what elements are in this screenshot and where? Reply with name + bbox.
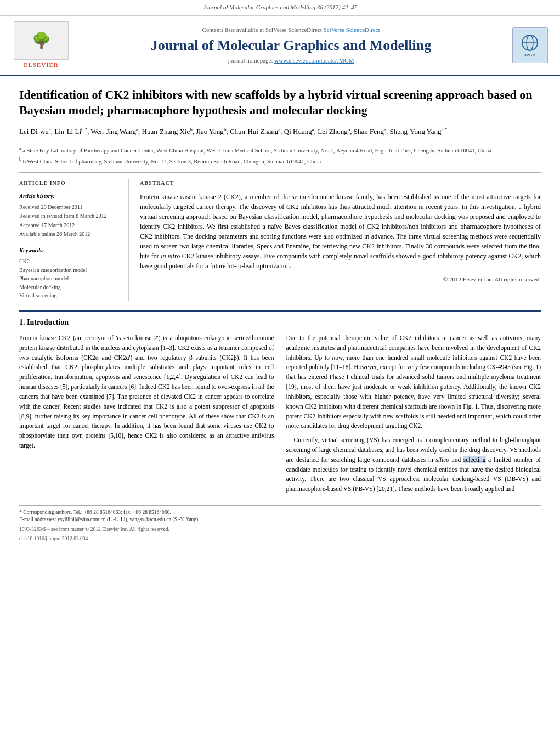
authors: Lei Di-wua, Lin-Li Lib,*, Wen-Jing Wanga… (19, 126, 541, 137)
svg-text:JMGM: JMGM (524, 53, 536, 57)
elsevier-logo: 🌳 ELSEVIER (11, 21, 71, 70)
keyword-ck2: CK2 (19, 258, 121, 266)
article-info-abstract: ARTICLE INFO Article history: Received 2… (19, 172, 541, 300)
article-info-header: ARTICLE INFO (19, 179, 121, 188)
available-date: Available online 26 March 2012 (19, 230, 121, 239)
article-history-label: Article history: (19, 192, 121, 200)
journal-header: 🌳 ELSEVIER Contents lists available at S… (0, 16, 560, 76)
affiliation-b: b b West China School of pharmacy, Sichu… (19, 156, 541, 166)
intro-para-3: Currently, virtual screening (VS) has em… (286, 435, 541, 494)
body-right-col: Due to the potential therapeutic value o… (286, 333, 541, 499)
accepted-date: Accepted 17 March 2012 (19, 222, 121, 230)
page-wrapper: Journal of Molecular Graphics and Modell… (0, 0, 560, 553)
footnote-star: * Corresponding authors. Tel.: +86 28 85… (19, 509, 541, 516)
elsevier-logo-img: 🌳 (14, 21, 69, 60)
abstract-paragraph: Protein kinase casein kinase 2 (CK2), a … (140, 192, 541, 271)
intro-para-2: Due to the potential therapeutic value o… (286, 333, 541, 431)
journal-citation: Journal of Molecular Graphics and Modell… (203, 4, 357, 10)
body-two-col: Protein kinase CK2 (an acronym of 'casei… (19, 333, 541, 499)
main-content: Identification of CK2 inhibitors with ne… (0, 76, 560, 553)
svg-rect-0 (513, 29, 546, 62)
keywords-section: Keywords: CK2 Bayesian categorization mo… (19, 246, 121, 300)
keywords-label: Keywords: (19, 246, 121, 254)
received-date: Received 29 December 2011 (19, 203, 121, 212)
left-col: ARTICLE INFO Article history: Received 2… (19, 179, 129, 300)
affiliations: a a State Key Laboratory of Biotherapy a… (19, 142, 541, 166)
keyword-pharmacophore: Pharmacophore model (19, 275, 121, 283)
journal-title-header: Journal of Molecular Graphics and Modell… (80, 37, 502, 54)
revised-date: Received in revised form 8 March 2012 (19, 212, 121, 220)
intro-para-1: Protein kinase CK2 (an acronym of 'casei… (19, 333, 274, 451)
journal-top-bar: Journal of Molecular Graphics and Modell… (0, 0, 560, 16)
footnote-email: E-mail addresses: ysylilinli@sina.com.cn… (19, 516, 541, 523)
journal-header-center: Contents lists available at SciVerse Sci… (80, 26, 502, 65)
footnote-section: * Corresponding authors. Tel.: +86 28 85… (19, 505, 541, 542)
elsevier-label: ELSEVIER (24, 61, 59, 70)
intro-title: 1. Introduction (19, 317, 541, 328)
keyword-bayesian: Bayesian categorization model (19, 267, 121, 275)
footer-doi: doi:10.1016/j.jmgm.2012.03.004 (19, 535, 541, 542)
article-title: Identification of CK2 inhibitors with ne… (19, 87, 541, 118)
body-left-col: Protein kinase CK2 (an acronym of 'casei… (19, 333, 274, 499)
jmgm-logo-img: JMGM (512, 27, 548, 63)
journal-homepage-link[interactable]: www.elsevier.com/locate/JMGM (274, 57, 354, 64)
introduction-section: 1. Introduction Protein kinase CK2 (an a… (19, 310, 541, 499)
elsevier-tree-icon: 🌳 (32, 30, 51, 52)
journal-logo-right: JMGM (511, 27, 549, 63)
affiliation-a: a a State Key Laboratory of Biotherapy a… (19, 145, 541, 155)
keyword-docking: Molecular docking (19, 284, 121, 292)
keyword-virtual: Virtual screening (19, 292, 121, 300)
jmgm-logo-svg: JMGM (513, 29, 546, 62)
sciverse-line: Contents lists available at SciVerse Sci… (80, 26, 502, 35)
sciverse-link[interactable]: SciVerse ScienceDirect (324, 26, 380, 33)
right-col: ABSTRACT Protein kinase casein kinase 2 … (140, 179, 541, 300)
copyright-line: © 2012 Elsevier Inc. All rights reserved… (140, 275, 541, 284)
abstract-header: ABSTRACT (140, 179, 541, 188)
journal-homepage: journal homepage: www.elsevier.com/locat… (80, 56, 502, 65)
abstract-text: Protein kinase casein kinase 2 (CK2), a … (140, 192, 541, 271)
footer-issn: 1093-3263/$ – see front matter © 2012 El… (19, 526, 541, 533)
